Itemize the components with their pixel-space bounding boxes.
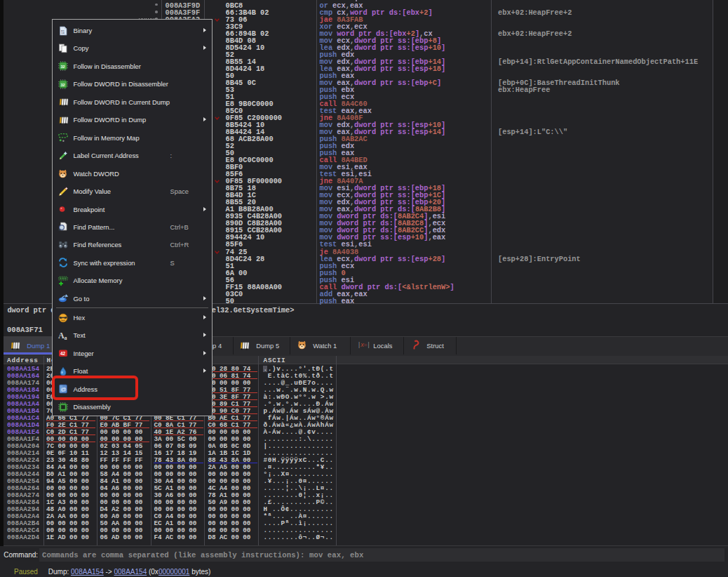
svg-text:42: 42 (60, 351, 66, 356)
svg-text:32: 32 (60, 82, 65, 86)
svg-text:10: 10 (61, 32, 65, 34)
svg-text:32: 32 (60, 65, 65, 69)
